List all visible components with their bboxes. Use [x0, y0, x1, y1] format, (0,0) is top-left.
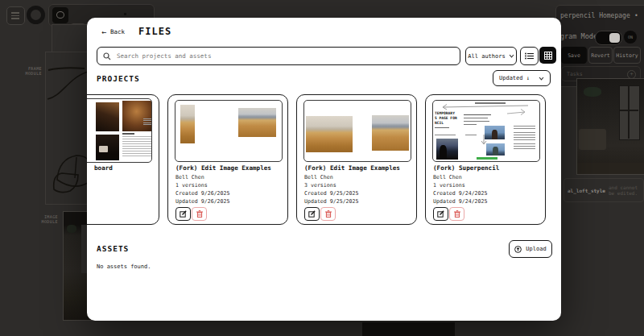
project-title: (Fork) Edit Image Examples [304, 164, 400, 172]
trash-icon [325, 210, 332, 218]
modal-title: FILES [138, 26, 171, 37]
thumb-text-block [143, 118, 152, 125]
project-author: Bell Chen [175, 174, 204, 180]
hamburger-icon [11, 18, 19, 19]
chevron-down-icon [539, 77, 544, 81]
project-created: Created 9/26/2025 [175, 190, 230, 197]
project-thumbnail [87, 98, 152, 163]
project-author: Bell Chen [433, 174, 462, 180]
back-label: Back [110, 28, 125, 35]
thumb-photo-detail [99, 146, 108, 152]
sort-dropdown[interactable]: Updated ↓ [493, 70, 551, 86]
menu-button[interactable] [6, 6, 25, 25]
thumb-photo [122, 101, 152, 131]
thumb-text-bar [464, 121, 489, 122]
photo-window [619, 85, 640, 140]
projects-heading: PROJECTS [97, 74, 140, 83]
assets-empty-text: No assets found. [97, 263, 151, 270]
upload-label: Upload [526, 246, 546, 252]
project-card[interactable]: (Fork) Edit Image Examples Bell Chen 3 v… [296, 94, 417, 225]
thumb-headline: S PAGE FOR [435, 116, 457, 120]
project-title: (Fork) Edit Image Examples [175, 164, 271, 172]
save-button[interactable]: Save [561, 47, 587, 64]
thumb-photo-city-blue [486, 143, 505, 156]
edit-icon [308, 210, 316, 218]
edit-icon [180, 210, 187, 218]
project-versions: 1 versions [433, 182, 465, 189]
thumb-paragraph [514, 126, 535, 150]
style-tag-note: and cannot be edited. [609, 185, 642, 196]
delete-project-button[interactable] [320, 207, 336, 221]
delete-project-button[interactable] [449, 207, 464, 221]
edit-project-button[interactable] [433, 207, 448, 221]
tool-divider [124, 13, 126, 15]
sort-label: Updated ↓ [499, 75, 530, 81]
project-versions: 1 versions [175, 182, 208, 189]
canvas-photo-loft-right [576, 78, 644, 175]
edit-project-button[interactable] [304, 207, 320, 221]
thumb-text-bar [464, 114, 491, 115]
photo-window-mullion [619, 110, 638, 111]
mode-toggle[interactable] [595, 31, 622, 45]
app-logo-icon[interactable] [27, 6, 45, 24]
thumb-person-silhouette [493, 147, 498, 156]
project-thumbnail [175, 100, 283, 162]
history-button[interactable]: History [613, 47, 641, 64]
trash-icon [196, 210, 203, 218]
search-bar[interactable] [97, 47, 460, 65]
style-tag-fragment: al_loft_style [568, 188, 605, 193]
revert-button[interactable]: Revert [588, 47, 613, 64]
thumb-headline: NCIL [435, 121, 444, 125]
thumb-green-line [477, 157, 497, 160]
thumb-text-bar [464, 118, 488, 118]
authors-filter-dropdown[interactable]: All authors [465, 47, 517, 65]
project-title-fragment: board [94, 164, 113, 172]
thumb-headline: TEMPORARY [435, 111, 455, 115]
frame-module-label: FRAMEMODULE [14, 66, 42, 76]
back-arrow-icon: ← [101, 27, 106, 36]
project-updated: Updated 9/24/2025 [433, 198, 488, 205]
lasso-icon [56, 11, 64, 19]
photo-window-mullion [628, 85, 630, 139]
delete-project-button[interactable] [192, 207, 207, 221]
thumb-photo [96, 135, 119, 160]
save-label: Save [568, 52, 580, 59]
grid-view-icon [544, 52, 552, 60]
project-card[interactable]: (Fork) Edit Image Examples Bell Chen 1 v… [167, 94, 288, 225]
hamburger-icon [11, 15, 19, 17]
thumb-label-bar [475, 102, 506, 104]
search-icon [103, 52, 111, 60]
thumb-text-bar [435, 127, 449, 128]
grid-view-button[interactable] [539, 47, 556, 64]
on-badge: ON [624, 31, 637, 44]
back-button[interactable]: ← Back [101, 27, 125, 36]
lasso-tool-button[interactable] [52, 7, 68, 23]
hamburger-icon [11, 12, 19, 14]
thumb-desert-image [306, 116, 353, 152]
edit-project-button[interactable] [175, 207, 191, 221]
panel-title-dot: • [634, 12, 638, 19]
mode-label: gram Mode [560, 32, 597, 40]
image-module-label: IMAGEMODULE [31, 214, 58, 224]
thumb-desert-skyline-image [372, 115, 409, 151]
chevron-down-icon [509, 54, 514, 58]
edit-icon [437, 210, 444, 218]
thumb-photo-city-dark [436, 139, 458, 160]
project-versions: 3 versions [304, 182, 336, 189]
project-card[interactable]: TEMPORARY S PAGE FOR NCIL (Fork) Superpe… [425, 94, 546, 225]
project-updated: Updated 9/25/2025 [304, 198, 359, 205]
list-view-button[interactable] [520, 47, 539, 65]
project-card[interactable]: board [87, 94, 159, 225]
upload-button[interactable]: Upload [509, 240, 552, 258]
search-input[interactable] [115, 52, 460, 60]
thumb-text-bar [465, 135, 477, 135]
inspector-panel: perpencil Homepage • gram Mode ON Save R… [555, 5, 644, 87]
thumb-caption-bar [122, 133, 134, 135]
revert-label: Revert [591, 52, 609, 59]
thumb-text-block [122, 136, 152, 157]
authors-filter-label: All authors [468, 53, 505, 60]
tasks-add-icon[interactable]: + [627, 70, 636, 79]
photo-plants [584, 87, 601, 97]
photo-bed [579, 129, 606, 150]
thumb-desert-skyline-image [238, 108, 276, 137]
